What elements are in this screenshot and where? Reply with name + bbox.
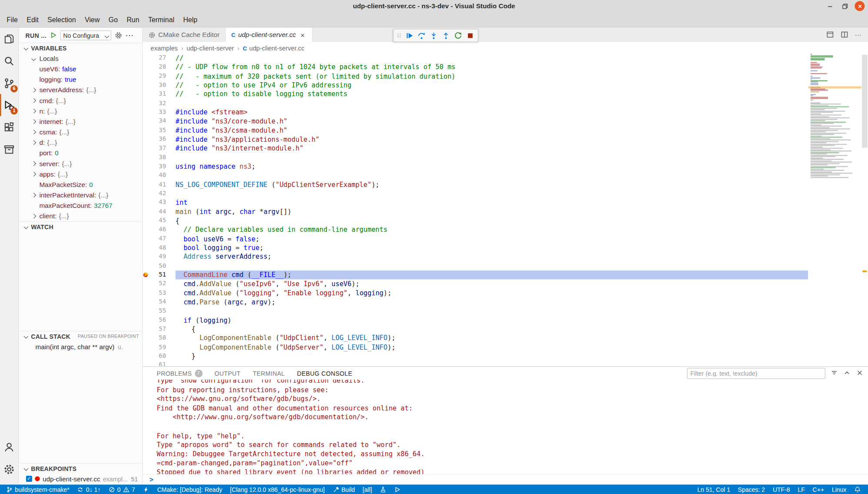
line-number[interactable]: 50 bbox=[152, 261, 166, 270]
gutter-breakpoint-slot[interactable] bbox=[143, 216, 151, 225]
gutter-breakpoint-slot[interactable] bbox=[143, 189, 151, 198]
activity-extensions[interactable] bbox=[0, 116, 18, 138]
activity-run-and-debug[interactable]: 1 bbox=[0, 94, 18, 116]
close-icon[interactable]: × bbox=[299, 31, 307, 39]
variable-row[interactable]: internet:{...} bbox=[19, 116, 142, 127]
code-line[interactable]: 41NS_LOG_COMPONENT_DEFINE ("UdpClientSer… bbox=[143, 180, 808, 189]
breadcrumb-item[interactable]: udp-client-server bbox=[187, 44, 234, 51]
menu-item-terminal[interactable]: Terminal bbox=[144, 16, 179, 23]
call-stack-section-header[interactable]: CALL STACKPAUSED ON BREAKPOINT bbox=[19, 331, 142, 341]
code-line[interactable]: 30// - option to use IPv4 or IPv6 addres… bbox=[143, 81, 808, 90]
code-line[interactable]: 37#include "ns3/internet-module.h" bbox=[143, 144, 808, 153]
panel-tab-debug-console[interactable]: DEBUG CONSOLE bbox=[297, 367, 352, 379]
variable-row[interactable]: interPacketInterval:{...} bbox=[19, 190, 142, 200]
status-scm-branch[interactable]: buildsystem-cmake* bbox=[2, 484, 73, 494]
line-number[interactable]: 28 bbox=[152, 63, 166, 72]
gutter-breakpoint-slot[interactable] bbox=[143, 225, 151, 234]
variable-row[interactable]: useV6:false bbox=[19, 63, 142, 74]
gutter-breakpoint-slot[interactable] bbox=[143, 334, 151, 343]
gutter-breakpoint-slot[interactable] bbox=[143, 81, 151, 90]
watch-section-header[interactable]: WATCH bbox=[19, 221, 142, 232]
status-encoding[interactable]: UTF-8 bbox=[769, 484, 794, 494]
code-line[interactable]: 58 LogComponentEnable ("UdpClient", LOG_… bbox=[143, 334, 808, 343]
minimap[interactable] bbox=[808, 53, 861, 366]
console-filter-input[interactable] bbox=[687, 368, 825, 379]
status-sync-changes[interactable]: 0↓ 1↑ bbox=[73, 484, 105, 494]
code-line[interactable]: 35#include "ns3/csma-module.h" bbox=[143, 126, 808, 135]
chevron-up-icon[interactable] bbox=[843, 369, 851, 378]
stop-button[interactable] bbox=[464, 30, 476, 41]
line-number[interactable]: 61 bbox=[152, 361, 166, 367]
gutter-breakpoint-slot[interactable] bbox=[143, 261, 151, 270]
gutter-breakpoint-slot[interactable] bbox=[143, 162, 151, 171]
line-number[interactable]: 48 bbox=[152, 244, 166, 253]
gutter-breakpoint-slot[interactable] bbox=[143, 207, 151, 217]
line-number[interactable]: 49 bbox=[152, 252, 166, 261]
code-line[interactable]: 56 if (logging) bbox=[143, 316, 808, 325]
code-line[interactable]: 31// - option to disable logging stateme… bbox=[143, 90, 808, 99]
menu-item-view[interactable]: View bbox=[80, 16, 104, 23]
start-debug-icon[interactable] bbox=[50, 32, 57, 39]
activity-settings[interactable] bbox=[0, 458, 18, 480]
code-line[interactable]: 57 { bbox=[143, 325, 808, 334]
gutter-breakpoint-slot[interactable] bbox=[143, 144, 151, 153]
tab-udp-client-server-cc[interactable]: Cudp-client-server.cc× bbox=[226, 28, 313, 42]
gutter-breakpoint-slot[interactable] bbox=[143, 171, 151, 180]
gutter-breakpoint-slot[interactable] bbox=[143, 343, 151, 352]
filter-lines-icon[interactable] bbox=[830, 369, 838, 378]
variable-row[interactable]: MaxPacketSize:0 bbox=[19, 179, 142, 190]
drag-handle-icon[interactable] bbox=[395, 32, 403, 40]
variable-row[interactable]: serverAddress:{...} bbox=[19, 85, 142, 95]
line-number[interactable]: 36 bbox=[152, 135, 166, 144]
menu-item-go[interactable]: Go bbox=[104, 16, 122, 23]
line-number[interactable]: 29 bbox=[152, 72, 166, 81]
line-number[interactable]: 59 bbox=[152, 343, 166, 352]
line-number[interactable]: 42 bbox=[152, 189, 166, 198]
code-line[interactable]: 52 cmd.AddValue ("useIpv6", "Use Ipv6", … bbox=[143, 280, 808, 289]
gutter-breakpoint-slot[interactable] bbox=[143, 153, 151, 162]
code-line[interactable]: 32 bbox=[143, 99, 808, 108]
panel-tab-terminal[interactable]: TERMINAL bbox=[253, 367, 285, 379]
line-number[interactable]: 31 bbox=[152, 90, 166, 99]
continue-button[interactable] bbox=[403, 30, 415, 41]
gutter-breakpoint-slot[interactable] bbox=[143, 99, 151, 108]
line-number[interactable]: 32 bbox=[152, 99, 166, 108]
gutter-breakpoint-slot[interactable] bbox=[143, 53, 151, 63]
breadcrumb-item[interactable]: examples bbox=[150, 44, 178, 51]
code-line[interactable]: 61 bbox=[143, 361, 808, 367]
gutter-breakpoint-slot[interactable] bbox=[143, 325, 151, 334]
line-number[interactable]: 39 bbox=[152, 162, 166, 171]
variable-row[interactable]: cmd:{...} bbox=[19, 95, 142, 106]
step-out-button[interactable] bbox=[440, 30, 452, 41]
line-number[interactable]: 40 bbox=[152, 171, 166, 180]
code-line[interactable]: 53 cmd.AddValue ("logging", "Enable logg… bbox=[143, 288, 808, 297]
line-number[interactable]: 58 bbox=[152, 334, 166, 343]
code-line[interactable]: 54 cmd.Parse (argc, argv); bbox=[143, 297, 808, 307]
step-into-button[interactable] bbox=[427, 30, 440, 41]
status-eol[interactable]: LF bbox=[794, 484, 809, 494]
status-cmake-build[interactable]: Build bbox=[329, 484, 359, 494]
variable-row[interactable]: csma:{...} bbox=[19, 127, 142, 137]
gutter-breakpoint-slot[interactable] bbox=[143, 244, 151, 253]
code-line[interactable]: 50 bbox=[143, 261, 808, 270]
code-line[interactable]: 59 LogComponentEnable ("UdpServer", LOG_… bbox=[143, 343, 808, 352]
code-editor[interactable]: 27//28// - UDP flow from n0 to n1 of 102… bbox=[143, 53, 808, 366]
menu-item-help[interactable]: Help bbox=[179, 16, 202, 23]
line-number[interactable]: 43 bbox=[152, 198, 166, 207]
split-editor-icon[interactable] bbox=[840, 30, 848, 39]
step-over-button[interactable] bbox=[415, 30, 427, 41]
gutter-breakpoint-slot[interactable] bbox=[143, 316, 151, 325]
code-line[interactable]: 49 Address serverAddress; bbox=[143, 252, 808, 261]
gutter-breakpoint-slot[interactable] bbox=[143, 252, 151, 261]
menu-item-file[interactable]: File bbox=[2, 16, 22, 23]
gutter-breakpoint-slot[interactable] bbox=[143, 72, 151, 81]
gutter-breakpoint-slot[interactable] bbox=[143, 288, 151, 297]
code-line[interactable]: 47 bool useV6 = false; bbox=[143, 234, 808, 244]
line-number[interactable]: 34 bbox=[152, 117, 166, 126]
line-number[interactable]: 53 bbox=[152, 288, 166, 297]
status-cmake-kit[interactable]: [Clang 12.0.0 x86_64-pc-linux-gnu] bbox=[226, 484, 329, 494]
code-line[interactable]: 46 // Declare variables used in command-… bbox=[143, 225, 808, 234]
minimize-icon[interactable] bbox=[825, 1, 835, 11]
line-number[interactable]: 52 bbox=[152, 280, 166, 289]
code-line[interactable]: 38 bbox=[143, 153, 808, 162]
